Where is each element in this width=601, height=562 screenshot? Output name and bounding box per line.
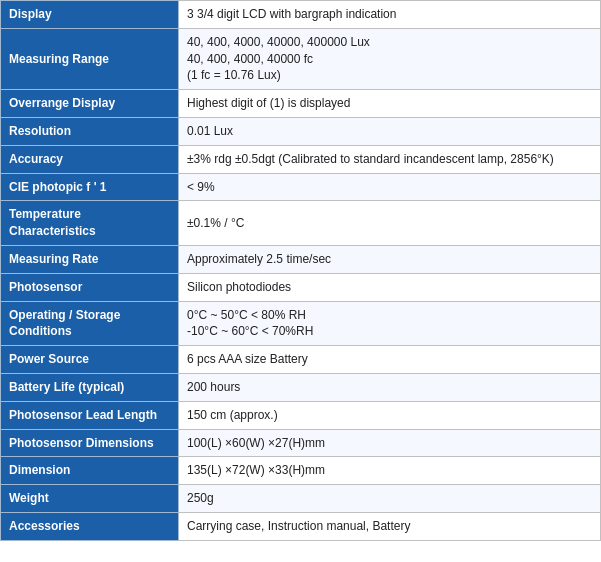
spec-value-4: ±3% rdg ±0.5dgt (Calibrated to standard … [179, 145, 601, 173]
spec-label-12: Photosensor Lead Length [1, 401, 179, 429]
spec-label-7: Measuring Rate [1, 245, 179, 273]
spec-label-6: Temperature Characteristics [1, 201, 179, 246]
spec-value-12: 150 cm (approx.) [179, 401, 601, 429]
spec-value-3: 0.01 Lux [179, 117, 601, 145]
spec-value-5: < 9% [179, 173, 601, 201]
spec-label-2: Overrange Display [1, 90, 179, 118]
spec-value-11: 200 hours [179, 373, 601, 401]
spec-label-3: Resolution [1, 117, 179, 145]
spec-label-15: Weight [1, 485, 179, 513]
spec-label-4: Accuracy [1, 145, 179, 173]
spec-value-14: 135(L) ×72(W) ×33(H)mm [179, 457, 601, 485]
spec-label-5: CIE photopic f ' 1 [1, 173, 179, 201]
spec-value-8: Silicon photodiodes [179, 273, 601, 301]
spec-label-8: Photosensor [1, 273, 179, 301]
spec-value-2: Highest digit of (1) is displayed [179, 90, 601, 118]
spec-label-10: Power Source [1, 346, 179, 374]
specs-table: Display3 3/4 digit LCD with bargraph ind… [0, 0, 601, 541]
spec-label-0: Display [1, 1, 179, 29]
spec-label-11: Battery Life (typical) [1, 373, 179, 401]
spec-label-16: Accessories [1, 512, 179, 540]
spec-label-14: Dimension [1, 457, 179, 485]
spec-value-10: 6 pcs AAA size Battery [179, 346, 601, 374]
spec-value-7: Approximately 2.5 time/sec [179, 245, 601, 273]
spec-value-9: 0°C ~ 50°C < 80% RH-10°C ~ 60°C < 70%RH [179, 301, 601, 346]
spec-value-16: Carrying case, Instruction manual, Batte… [179, 512, 601, 540]
spec-label-1: Measuring Range [1, 28, 179, 89]
spec-value-13: 100(L) ×60(W) ×27(H)mm [179, 429, 601, 457]
spec-label-9: Operating / Storage Conditions [1, 301, 179, 346]
spec-value-0: 3 3/4 digit LCD with bargraph indication [179, 1, 601, 29]
spec-value-6: ±0.1% / °C [179, 201, 601, 246]
spec-value-15: 250g [179, 485, 601, 513]
spec-value-1: 40, 400, 4000, 40000, 400000 Lux40, 400,… [179, 28, 601, 89]
spec-label-13: Photosensor Dimensions [1, 429, 179, 457]
